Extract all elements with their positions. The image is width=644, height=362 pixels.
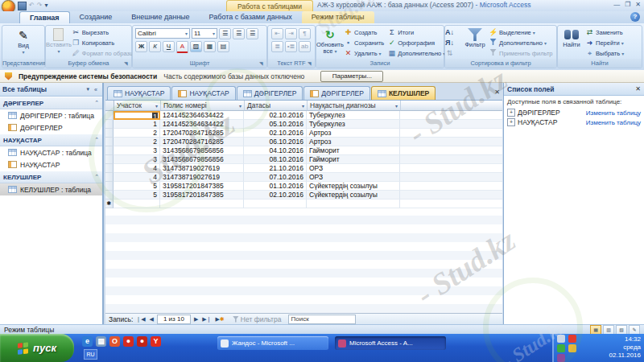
nav-group-header[interactable]: КЕЛУШІЛЕР⌃ [0, 171, 102, 183]
table-cell[interactable]: 1241452364634422 [160, 120, 244, 129]
totals-button[interactable]: ΣИтоги [387, 27, 445, 38]
network-icon[interactable] [557, 335, 565, 343]
redo-icon[interactable]: ↷ [37, 2, 43, 10]
table-cell[interactable]: 1241452364634422 [160, 111, 244, 120]
table-cell[interactable]: 3195817201847385 [160, 191, 244, 200]
show-desktop-icon[interactable]: ▤ [96, 336, 106, 347]
highlight-icon[interactable]: ab [299, 41, 311, 52]
font-name-combo[interactable]: Calibri▾ [135, 28, 190, 39]
align-right-icon[interactable]: ☰ [246, 28, 258, 39]
column-header-4[interactable]: Науқастың диагнозы▾ [308, 101, 401, 111]
antivirus-icon[interactable] [557, 344, 565, 352]
document-tab-КЕЛУШІЛЕР[interactable]: КЕЛУШІЛЕР [371, 86, 436, 100]
yandex-icon[interactable]: Y [151, 336, 161, 347]
document-tab-ДӘРІГЕРЛЕР[interactable]: ДӘРІГЕРЛЕР [303, 86, 370, 100]
table-cell[interactable]: ОРЗ [307, 164, 400, 173]
table-cell[interactable]: ОРЗ [307, 173, 400, 182]
nav-group-header[interactable]: НАУҚАСТАР⌃ [0, 134, 102, 146]
font-color-button[interactable]: А [176, 41, 188, 53]
sort-asc-button[interactable]: А↓ [445, 27, 461, 38]
table-cell[interactable]: 3195817201847385 [160, 182, 244, 191]
taskbar-button[interactable]: Жандос - Microsoft ... [217, 336, 328, 350]
new-record-button[interactable]: ✚Создать [344, 27, 384, 38]
pivottable-view-icon[interactable]: ▥ [603, 325, 614, 335]
table-cell-empty[interactable] [160, 200, 244, 208]
delete-record-button[interactable]: ✕Удалить ▾ [344, 48, 384, 59]
row-selector[interactable] [105, 191, 114, 200]
table-cell[interactable]: 04.10.2016 [244, 146, 307, 155]
column-dropdown-icon[interactable]: ▾ [302, 103, 304, 109]
table-cell[interactable]: 07.10.2016 [244, 173, 307, 182]
next-record-icon[interactable]: ▶ [193, 316, 199, 323]
table-cell[interactable]: 02.10.2016 [244, 111, 307, 120]
last-record-icon[interactable]: ▶❘ [201, 316, 212, 323]
table-cell-empty[interactable] [244, 200, 307, 208]
table-cell[interactable]: Туберкулез [307, 111, 400, 120]
clipboard-dialog-launcher-icon[interactable]: ◥ [124, 60, 130, 67]
table-cell[interactable]: Гайморит [307, 155, 400, 164]
row-selector[interactable] [105, 173, 114, 182]
row-selector[interactable] [105, 111, 114, 120]
table-cell[interactable]: 08.10.2016 [244, 155, 307, 164]
align-center-icon[interactable]: ☰ [233, 28, 245, 39]
table-cell[interactable]: 05.10.2016 [244, 120, 307, 129]
document-tab-НАУҚАСТАР[interactable]: НАУҚАСТАР [171, 86, 235, 100]
format-painter-button[interactable]: 🖉Формат по образцу [72, 48, 136, 59]
selection-button[interactable]: ⚡Выделение ▾ [489, 27, 553, 38]
row-selector[interactable] [105, 138, 114, 146]
first-record-icon[interactable]: ❘◀ [135, 316, 146, 323]
table-cell[interactable]: 3143568679856856 [160, 155, 244, 164]
table-cell[interactable]: 1 [114, 111, 160, 120]
language-indicator[interactable]: RU [84, 349, 97, 360]
fill-color-icon[interactable]: ▨ [190, 41, 202, 52]
underline-button[interactable]: Ч [163, 41, 175, 52]
nav-pane-shutter-icon[interactable]: « [92, 87, 100, 93]
table-cell[interactable]: Гайморит [307, 146, 400, 155]
bold-button[interactable]: Ж [135, 41, 147, 52]
select-button[interactable]: ⌖Выбрать ▾ [585, 48, 624, 59]
table-cell[interactable]: 1720470284716285 [160, 129, 244, 138]
datasheet-view-icon[interactable]: ▦ [590, 325, 601, 335]
nav-item[interactable]: ДӘРІГЕРЛЕР : таблица [0, 109, 102, 121]
alert-icon[interactable] [568, 335, 576, 343]
copy-button[interactable]: ❐Копировать [72, 38, 136, 48]
search-input[interactable]: Поиск [288, 315, 356, 324]
table-cell[interactable]: 06.10.2016 [244, 138, 307, 146]
align-left-icon[interactable]: ☰ [219, 28, 231, 39]
row-selector[interactable] [105, 155, 114, 164]
table-cell[interactable]: Артроз [307, 138, 400, 146]
table-cell[interactable]: 02.10.2016 [244, 191, 307, 200]
save-icon[interactable] [18, 2, 27, 10]
view-button[interactable]: ✎ Вид▾ [6, 27, 41, 56]
edit-table-link[interactable]: Изменить таблицу [586, 119, 641, 126]
new-record-selector[interactable]: ✱ [105, 200, 114, 208]
nav-item[interactable]: НАУҚАСТАР : таблица [0, 146, 102, 158]
nav-group-header[interactable]: ДӘРІГЕРЛЕР⌃ [0, 97, 102, 109]
table-cell[interactable]: 5 [114, 182, 160, 191]
replace-button[interactable]: ⇄Заменить [585, 27, 624, 38]
document-tab-ДӘРІГЕРЛЕР[interactable]: ДӘРІГЕРЛЕР [237, 86, 303, 100]
advanced-filter-button[interactable]: Дополнительно ▾ [489, 38, 553, 48]
goto-button[interactable]: ➜Перейти ▾ [585, 38, 624, 48]
undo-icon[interactable]: ↶ [29, 2, 35, 10]
nav-item[interactable]: НАУҚАСТАР [0, 158, 102, 171]
taskbar-button[interactable]: Microsoft Access - A... [335, 336, 446, 350]
rtf-dialog-launcher-icon[interactable]: ◥ [308, 60, 314, 67]
refresh-all-button[interactable]: ↻ Обновить все ▾ [316, 26, 344, 59]
opera-icon[interactable]: O [109, 336, 120, 347]
table-cell-empty[interactable] [114, 200, 160, 208]
minimize-button[interactable]: — [613, 1, 620, 8]
media-icon[interactable]: ● [137, 336, 147, 347]
gridlines-icon[interactable]: ▦ [204, 41, 216, 52]
table-cell[interactable]: 4 [114, 164, 160, 173]
column-header-2[interactable]: Полис номері▾ [161, 101, 245, 111]
increase-indent-icon[interactable]: ⇥ [285, 28, 297, 39]
column-header-3[interactable]: Датасы▾ [245, 101, 308, 111]
edit-table-link[interactable]: Изменить таблицу [586, 109, 641, 117]
start-button[interactable]: пуск [0, 334, 74, 362]
table-cell[interactable]: 3 [114, 155, 160, 164]
ribbon-tab-Внешние данные[interactable]: Внешние данные [122, 11, 199, 23]
table-cell[interactable]: 314738719027619 [160, 164, 244, 173]
column-dropdown-icon[interactable]: ▾ [239, 103, 242, 109]
table-cell[interactable]: 1720470284716285 [160, 138, 244, 146]
